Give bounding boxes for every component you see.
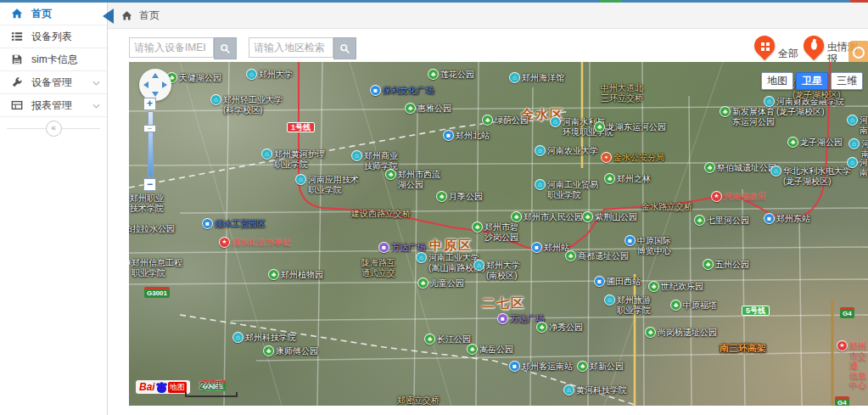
pan-right-icon[interactable] <box>162 81 167 88</box>
map-marker-college[interactable]: ⌂华北水利水电大学 (龙子湖校区) <box>770 165 851 186</box>
map-type-map[interactable]: 地图 <box>761 72 793 90</box>
map-marker-college[interactable]: ⌂郑州海洋馆 <box>509 72 564 83</box>
map-marker-station[interactable]: ■郑州北站 <box>443 130 490 141</box>
map-marker-park[interactable]: ♣郑州之林 <box>604 173 651 184</box>
zoom-out-button[interactable]: − <box>143 178 156 191</box>
imei-search-button[interactable] <box>214 37 237 59</box>
filter-all-pin[interactable]: 全部 <box>754 36 798 59</box>
map-marker-college[interactable]: ⌂黄河科技学院 <box>563 384 627 395</box>
map-marker-park[interactable]: ♣郑州植物园 <box>268 269 323 280</box>
map-marker-label: 河南 <box>860 115 868 135</box>
map-marker-college[interactable]: ⌂河南 <box>848 138 868 159</box>
map-marker-label: 郑新公园 <box>590 362 624 372</box>
pan-down-icon[interactable] <box>152 92 159 97</box>
map-marker-park[interactable]: ♣绿荫公园 <box>482 115 529 126</box>
map-marker-park[interactable]: ♣郑州市碧 沙岗公园 <box>472 222 518 242</box>
map-marker-road[interactable]: 金水路立交桥 <box>641 201 692 212</box>
map-marker-college[interactable]: ⌂郑州职业 技术学院 <box>129 193 164 213</box>
map-marker-park[interactable]: ♣儿童公园 <box>417 278 464 289</box>
map-marker-park[interactable]: ♣月季公园 <box>436 191 483 202</box>
region-search-button[interactable] <box>333 37 356 59</box>
map-marker-park[interactable]: ♣世纪欢乐园 <box>648 281 703 292</box>
map-marker-college[interactable]: ⌂郑州科技学院 <box>232 332 296 343</box>
sidebar-item-sim-info[interactable]: sim卡信息 <box>0 48 107 71</box>
map-marker-college[interactable]: ⌂郑州商业 技师学院 <box>351 150 398 171</box>
map-marker-road[interactable]: 郑密立交桥 <box>397 395 440 406</box>
map-marker-station[interactable]: ■圃田西站 <box>594 276 641 287</box>
map-marker-plain[interactable]: 奥帕拉拉水公园 <box>129 223 175 234</box>
map-marker-college[interactable]: ⌂河南 <box>847 115 868 135</box>
map-marker-park[interactable]: ♣尚岗杨遗址公园 <box>645 327 717 338</box>
map-type-3d[interactable]: 三维 <box>831 72 863 90</box>
map-marker-park[interactable]: ♣郑州市人民公园 <box>511 211 583 222</box>
map-marker-park[interactable]: ♣郑新公园 <box>577 361 624 372</box>
map-marker-district[interactable]: 二七区 <box>482 294 525 310</box>
map-marker-park[interactable]: ♣净秀公园 <box>536 322 583 333</box>
map-marker-road[interactable]: 建设西路立交桥 <box>351 208 411 219</box>
sidebar-item-report-mgmt[interactable]: 报表管理 <box>0 94 107 117</box>
map-marker-metro5[interactable]: 5号线 <box>742 305 770 316</box>
map-canvas[interactable]: ♣天健湖公园⌂郑州大学♣莲花公园■保利文化广场⌂郑州轻工业大学 (科学校区)♣惠… <box>129 62 868 406</box>
map-marker-red[interactable]: ★河南省政府 <box>711 191 766 202</box>
map-marker-park[interactable]: ♣天健湖公园 <box>166 72 221 83</box>
map-marker-red[interactable]: ★须水街道办事处 <box>219 237 291 248</box>
imei-search-input[interactable] <box>129 37 214 58</box>
sidebar-collapse-button[interactable]: « <box>46 121 62 137</box>
map-marker-info[interactable]: ■须水工贸园区 <box>202 218 266 229</box>
map-marker-info[interactable]: ■保利文化广场 <box>370 85 434 96</box>
map-marker-park[interactable]: ♣郑州市西流 湖公园 <box>385 169 440 189</box>
map-marker-park[interactable]: ♣中原福塔 <box>670 300 717 311</box>
map-marker-metro1[interactable]: 1号线 <box>287 121 315 132</box>
zoom-in-button[interactable]: + <box>143 98 156 110</box>
map-marker-park[interactable]: ♣商都遗址公园 <box>565 250 629 261</box>
pan-up-icon[interactable] <box>152 73 159 78</box>
map-marker-college[interactable]: ⌂河南 <box>847 157 868 177</box>
sidebar-item-device-mgmt[interactable]: 设备管理 <box>0 71 107 94</box>
map-marker-shield[interactable]: G3001 <box>144 286 170 298</box>
map-marker-park[interactable]: ♣长江公园 <box>424 334 471 345</box>
map-marker-college[interactable]: ⌂郑州大学 (南校区) <box>473 260 520 280</box>
map-marker-roadOrange[interactable]: 南三环高架 <box>720 342 766 354</box>
map-marker-park[interactable]: ♣龙子湖公园 <box>787 137 843 148</box>
map-marker-gold[interactable]: ●金水公安分局 <box>601 152 664 163</box>
map-pan-control[interactable] <box>139 69 171 101</box>
map-marker-college[interactable]: ⌂郑州黄河护理 职业学院 <box>261 149 325 169</box>
map-marker-college[interactable]: ⌂郑州旅游 职业学院 <box>604 294 651 315</box>
map-marker-station[interactable]: ■郑州东站 <box>764 213 810 224</box>
sidebar-item-device-list[interactable]: 设备列表 <box>0 25 107 48</box>
map-marker-park[interactable]: ♣祭伯城遗址公园 <box>704 162 776 173</box>
map-type-satellite[interactable]: 卫星 <box>796 72 828 90</box>
map-marker-college[interactable]: ⌂郑州大学 <box>246 69 293 80</box>
map-marker-station[interactable]: ■郑州客运南站 <box>509 361 573 372</box>
map-marker-park[interactable]: ♣莲花公园 <box>428 69 474 80</box>
map-marker-district[interactable]: 中原区 <box>429 237 473 252</box>
map-marker-station[interactable]: ■郑州站 <box>531 242 569 253</box>
toolbar: 全部 虫情测 报 <box>120 36 860 62</box>
map-marker-road[interactable]: 陇海路互 通式立交 <box>361 257 395 278</box>
map-marker-road[interactable]: 中州大道北 三环立交桥 <box>601 82 643 103</box>
map-marker-college[interactable]: ⌂河南农业大学 <box>535 145 598 156</box>
map-marker-park[interactable]: ♣嵩岳公园 <box>467 344 513 355</box>
breadcrumb-home[interactable]: 首页 <box>139 8 160 23</box>
map-marker-park[interactable]: ♣紫荆山公园 <box>582 211 637 222</box>
pan-left-icon[interactable] <box>143 81 148 88</box>
zoom-slider-handle[interactable]: − <box>143 125 156 132</box>
clipped-pin-button[interactable] <box>848 41 868 64</box>
map-marker-red[interactable]: ★郑州市交通 信息中心 <box>837 340 868 390</box>
map-marker-college[interactable]: ⌂郑州轻工业大学 (科学校区) <box>210 94 283 115</box>
map-marker-park[interactable]: ♣康师傅公园 <box>263 345 318 356</box>
map-marker-shield[interactable]: G4 <box>835 395 849 406</box>
map-marker-college[interactable]: ⌂河南应用技术 职业学院 <box>295 174 359 194</box>
map-marker-station[interactable]: ■中原国际 博览中心 <box>624 235 671 255</box>
station-marker-icon: ■ <box>531 242 542 253</box>
region-search-input[interactable] <box>249 37 333 58</box>
sidebar-item-home[interactable]: 首页 <box>0 3 107 25</box>
map-marker-park[interactable]: ♣七里河公园 <box>694 215 749 226</box>
map-marker-college[interactable]: ⌂郑州信息工程 职业学院 <box>129 257 182 278</box>
map-marker-park[interactable]: ♣龙湖东运河公园 <box>594 121 666 132</box>
map-marker-park[interactable]: ♣五州公园 <box>703 259 749 270</box>
zoom-slider-track[interactable] <box>148 111 154 177</box>
map-marker-college[interactable]: ⌂河南工业贸易 职业学院 <box>535 179 598 199</box>
map-marker-shield[interactable]: G4 <box>840 306 854 318</box>
map-marker-park[interactable]: ♣惠雅公园 <box>405 103 451 114</box>
